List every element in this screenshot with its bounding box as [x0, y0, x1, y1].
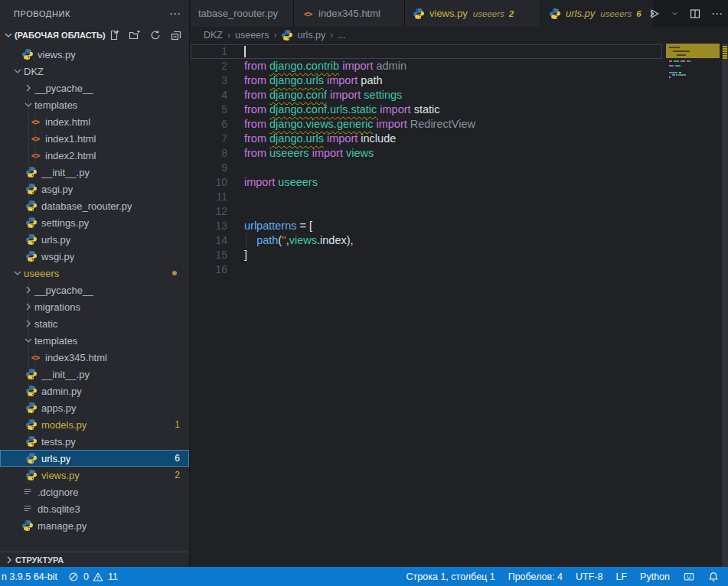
breadcrumb-item-urls.py[interactable]: urls.py [281, 29, 325, 41]
code-line-9[interactable]: 9 [191, 161, 662, 175]
tree-folder-templates[interactable]: templates [0, 332, 189, 349]
problems-status[interactable]: 0 11 [68, 571, 118, 582]
encoding-status[interactable]: UTF-8 [576, 571, 602, 582]
tree-item-label: settings.py [41, 217, 89, 229]
tab-index345.html[interactable]: <>index345.html [294, 0, 405, 27]
tree-folder-migrations[interactable]: migrations [0, 298, 189, 315]
tree-item-settings.py[interactable]: settings.py [0, 214, 189, 231]
warning-count: 11 [108, 571, 118, 582]
tree-folder-__pycache__[interactable]: __pycache__ [0, 80, 189, 96]
feedback-icon[interactable] [683, 571, 694, 582]
tree-item-apps.py[interactable]: apps.py [0, 399, 189, 416]
editor-scrollbar[interactable] [722, 44, 728, 567]
tree-item-__init__.py[interactable]: __init__.py [0, 164, 189, 181]
code-line-7[interactable]: 7from django.urls import include [191, 132, 662, 146]
editor-more-button[interactable]: ⋯ [711, 7, 723, 21]
eol-status[interactable]: LF [615, 571, 627, 582]
code-token: import [327, 89, 364, 101]
tree-item-manage.py[interactable]: manage.py [0, 517, 189, 534]
tree-item-index2.html[interactable]: <>index2.html [0, 147, 189, 164]
code-line-8[interactable]: 8from useeers import views [191, 146, 662, 161]
code-line-1[interactable]: 1 [191, 44, 662, 59]
problems-badge: 2 [175, 470, 180, 480]
code-line-12[interactable]: 12 [191, 204, 662, 219]
tree-item-urls.py[interactable]: urls.py6 [0, 450, 189, 467]
minimap-line [687, 60, 690, 62]
tree-item-views.py[interactable]: views.py2 [0, 467, 189, 483]
notifications-bell-icon[interactable] [707, 571, 719, 582]
code-token: from [244, 132, 269, 145]
breadcrumb-item-useeers[interactable]: useeers [235, 30, 269, 41]
refresh-icon[interactable] [149, 28, 162, 42]
tab-problems-badge: 2 [509, 9, 514, 18]
tree-item-asgi.py[interactable]: asgi.py [0, 181, 189, 197]
code-token: ] [244, 249, 247, 261]
tree-item-models.py[interactable]: models.py1 [0, 416, 189, 433]
new-folder-icon[interactable] [128, 28, 142, 42]
tree-item-database_roouter.py[interactable]: database_roouter.py [0, 197, 189, 214]
code-line-14[interactable]: 14 path('',views.index), [191, 233, 662, 248]
code-line-2[interactable]: 2from django.contrib import admin [191, 59, 662, 73]
error-icon [68, 571, 80, 582]
line-number: 1 [191, 44, 227, 59]
split-editor-button[interactable] [689, 8, 701, 20]
code-line-4[interactable]: 4from django.conf import settings [191, 88, 662, 103]
code-editor[interactable]: 12from django.contrib import admin3from … [191, 44, 728, 567]
indentation-status[interactable]: Пробелов: 4 [508, 571, 563, 582]
minimap-warning-block [666, 44, 720, 58]
collapse-all-icon[interactable] [169, 28, 183, 42]
minimap[interactable] [666, 44, 722, 151]
tree-folder-DKZ[interactable]: DKZ [0, 63, 189, 80]
workspace-section-header[interactable]: (РАБОЧАЯ ОБЛАСТЬ) ... [0, 27, 189, 44]
python-interpreter-status[interactable]: n 3.9.5 64-bit [2, 571, 57, 582]
status-left: n 3.9.5 64-bit 0 11 [0, 571, 118, 582]
code-line-10[interactable]: 10import useeers [191, 175, 662, 190]
explorer-more-button[interactable]: ⋯ [169, 7, 181, 21]
cursor-position-status[interactable]: Строка 1, столбец 1 [406, 571, 495, 582]
tree-item-db.sqlite3[interactable]: db.sqlite3 [0, 500, 189, 517]
code-line-16[interactable]: 16 [191, 262, 662, 277]
tree-item-label: __pycache__ [34, 83, 93, 94]
new-file-icon[interactable] [107, 28, 121, 42]
tree-folder-useeers[interactable]: useeers [0, 265, 189, 282]
tree-item-urls.py[interactable]: urls.py [0, 231, 189, 248]
tree-folder-static[interactable]: static [0, 315, 189, 332]
tree-item-tests.py[interactable]: tests.py [0, 433, 189, 450]
code-line-3[interactable]: 3from django.urls import path [191, 73, 662, 88]
tree-item-admin.py[interactable]: admin.py [0, 383, 189, 399]
run-dropdown-chevron-icon[interactable] [671, 9, 679, 18]
run-button[interactable] [648, 8, 661, 20]
breadcrumb-item-...[interactable]: ... [338, 30, 345, 41]
breadcrumb-item-DKZ[interactable]: DKZ [204, 30, 223, 41]
tree-item-label: database_roouter.py [41, 200, 132, 212]
code-line-11[interactable]: 11 [191, 190, 662, 204]
code-token: urlpatterns [244, 220, 297, 232]
tab-tabase_roouter.py[interactable]: tabase_roouter.py [191, 0, 294, 27]
tree-item-.dcignore[interactable]: .dcignore [0, 483, 189, 500]
tree-item-__init__.py[interactable]: __init__.py [0, 366, 189, 383]
code-line-6[interactable]: 6from django.views.generic import Redire… [191, 117, 662, 132]
chevron-down-icon [2, 29, 15, 41]
python-file-icon [25, 250, 38, 262]
tree-item-index345.html[interactable]: <>index345.html [0, 349, 189, 366]
tree-item-wsgi.py[interactable]: wsgi.py [0, 248, 189, 265]
code-token: path [361, 74, 382, 86]
code-line-15[interactable]: 15] [191, 248, 662, 262]
python-file-icon [25, 200, 38, 212]
tree-item-label: __init__.py [41, 167, 90, 178]
tree-folder-templates[interactable]: templates [0, 96, 189, 113]
minimap-line [676, 74, 677, 76]
tree-folder-__pycache__[interactable]: __pycache__ [0, 282, 189, 298]
minimap-line [675, 65, 681, 67]
code-line-13[interactable]: 13urlpatterns = [ [191, 219, 662, 233]
tree-item-label: migrations [34, 301, 80, 313]
tab-views.py[interactable]: views.pyuseeers2 [405, 0, 541, 27]
outline-section-header[interactable]: СТРУКТУРА [0, 552, 189, 567]
tree-item-index1.html[interactable]: <>index1.html [0, 130, 189, 147]
code-token: from [244, 60, 269, 72]
tab-urls.py[interactable]: urls.pyuseeers6 [541, 0, 655, 27]
language-mode-status[interactable]: Python [640, 571, 670, 582]
tree-item-views.py[interactable]: views.py [0, 46, 189, 63]
code-line-5[interactable]: 5from django.conf.urls.static import sta… [191, 103, 662, 117]
tree-item-index.html[interactable]: <>index.html [0, 113, 189, 130]
